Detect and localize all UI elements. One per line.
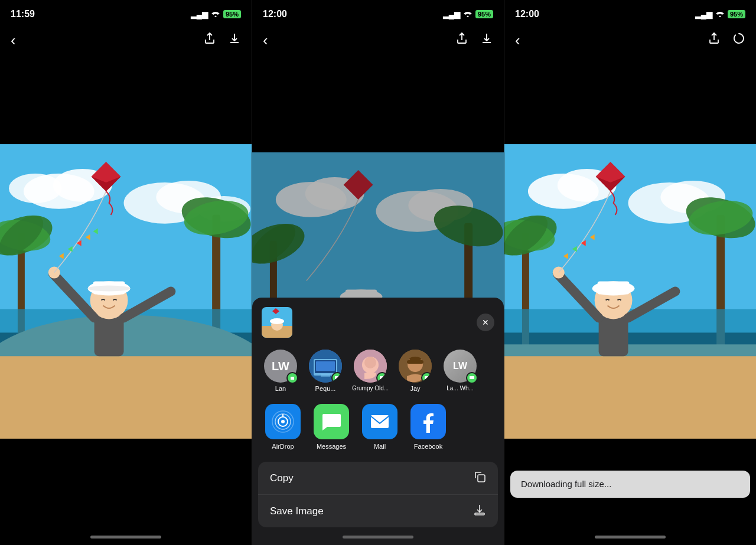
- msg-badge-pequ: [331, 372, 342, 383]
- share-close-button[interactable]: ✕: [477, 314, 494, 331]
- msg-badge-jay: [421, 372, 432, 383]
- msg-badge-grumpy: [376, 372, 387, 383]
- middle-time: 12:00: [263, 9, 287, 19]
- contact-item-grumpy[interactable]: Grumpy Old...: [349, 347, 392, 394]
- contact-name-jay: Jay: [410, 385, 420, 392]
- right-nav-right: [708, 32, 745, 48]
- middle-signal-icon: ▂▄▆: [443, 10, 460, 19]
- left-back-button[interactable]: ‹: [11, 31, 16, 50]
- middle-home-indicator: [343, 536, 413, 539]
- contact-name-la: La... Wh...: [447, 385, 474, 391]
- contact-item-la[interactable]: LW La... Wh...: [439, 347, 481, 394]
- save-image-action[interactable]: Save Image: [258, 494, 498, 527]
- contact-item-pequ[interactable]: Pequ...: [304, 347, 347, 394]
- right-home-bar: [504, 528, 756, 545]
- downloading-text: Downloading full size...: [521, 479, 611, 489]
- close-icon: ✕: [482, 318, 489, 327]
- airdrop-icon-container: [265, 404, 301, 439]
- app-item-messages[interactable]: Messages: [310, 404, 353, 450]
- right-share-button[interactable]: [708, 32, 721, 48]
- middle-nav-right: [455, 32, 493, 48]
- left-image-area: [0, 54, 252, 528]
- right-battery-icon: 95%: [728, 10, 745, 18]
- right-status-icons: ▂▄▆ 95%: [695, 10, 745, 19]
- messages-label: Messages: [317, 443, 346, 450]
- svg-rect-57: [316, 361, 335, 371]
- actions-container: Copy Save Image: [258, 462, 498, 527]
- right-image-area: [504, 54, 756, 528]
- svg-rect-90: [598, 282, 630, 295]
- svg-point-93: [553, 267, 565, 279]
- apps-row: AirDrop Messages Mail: [252, 397, 504, 457]
- svg-rect-85: [504, 344, 756, 439]
- left-time: 11:59: [11, 9, 35, 19]
- right-wifi-icon: [715, 10, 725, 19]
- app-item-airdrop[interactable]: AirDrop: [262, 404, 304, 450]
- middle-status-icons: ▂▄▆ 95%: [443, 10, 493, 19]
- svg-rect-70: [371, 415, 389, 428]
- share-sheet: ✕ LW Lan: [252, 298, 504, 545]
- left-status-icons: ▂▄▆ 95%: [191, 10, 241, 19]
- middle-back-button[interactable]: ‹: [263, 31, 268, 50]
- left-share-button[interactable]: [203, 32, 216, 48]
- share-sheet-header: ✕: [252, 298, 504, 342]
- svg-rect-72: [475, 513, 484, 515]
- facebook-label: Facebook: [414, 443, 442, 450]
- middle-home-bar: [252, 528, 504, 545]
- contact-item-lan[interactable]: LW Lan: [259, 347, 302, 394]
- contact-avatar-pequ: [309, 350, 342, 383]
- contact-avatar-la: LW: [444, 350, 477, 383]
- right-nav-bar: ‹: [504, 26, 756, 54]
- app-item-facebook[interactable]: Facebook: [407, 404, 449, 450]
- copy-icon: [473, 470, 486, 486]
- save-icon: [473, 503, 486, 519]
- left-nav-right: [203, 32, 241, 48]
- right-time: 12:00: [515, 9, 539, 19]
- left-wifi-icon: [211, 10, 220, 19]
- share-preview-thumbnail: [262, 307, 292, 338]
- contact-avatar-jay: [399, 350, 432, 383]
- left-download-button[interactable]: [228, 32, 241, 48]
- svg-point-69: [281, 420, 285, 423]
- svg-point-52: [270, 318, 284, 324]
- middle-download-button[interactable]: [480, 32, 493, 48]
- middle-battery-icon: 95%: [475, 10, 493, 18]
- left-status-bar: 11:59 ▂▄▆ 95%: [0, 0, 252, 26]
- left-nav-bar: ‹: [0, 26, 252, 54]
- mail-icon-container: [362, 404, 397, 439]
- contact-name-lan: Lan: [275, 385, 286, 392]
- middle-status-bar: 12:00 ▂▄▆ 95%: [252, 0, 504, 26]
- middle-panel: 12:00 ▂▄▆ 95% ‹: [252, 0, 504, 545]
- mail-label: Mail: [374, 443, 386, 450]
- svg-rect-15: [0, 344, 252, 439]
- contact-initials-lan: LW: [272, 360, 289, 373]
- messages-icon-container: [314, 404, 349, 439]
- left-home-indicator: [90, 536, 161, 539]
- right-signal-icon: ▂▄▆: [695, 10, 712, 19]
- facebook-icon-container: [410, 404, 446, 439]
- left-panel: 11:59 ▂▄▆ 95% ‹: [0, 0, 252, 545]
- airdrop-label: AirDrop: [272, 443, 294, 450]
- right-home-indicator: [595, 536, 666, 539]
- left-signal-icon: ▂▄▆: [191, 10, 208, 19]
- copy-action[interactable]: Copy: [258, 462, 498, 494]
- left-home-bar: [0, 528, 252, 545]
- right-panel: 12:00 ▂▄▆ 95% ‹: [504, 0, 756, 545]
- msg-badge-la: [466, 372, 478, 384]
- right-back-button[interactable]: ‹: [515, 31, 520, 50]
- contact-name-pequ: Pequ...: [315, 385, 336, 392]
- msg-badge-lan: [286, 372, 298, 384]
- contact-item-jay[interactable]: Jay: [394, 347, 436, 394]
- middle-nav-bar: ‹: [252, 26, 504, 54]
- contacts-row: LW Lan: [252, 342, 504, 397]
- app-item-mail[interactable]: Mail: [359, 404, 401, 450]
- contact-name-grumpy: Grumpy Old...: [352, 385, 389, 391]
- middle-share-button[interactable]: [455, 32, 468, 48]
- downloading-toast: Downloading full size...: [510, 471, 750, 498]
- svg-rect-71: [478, 475, 485, 482]
- left-battery-icon: 95%: [223, 10, 241, 18]
- right-status-bar: 12:00 ▂▄▆ 95%: [504, 0, 756, 26]
- svg-point-3: [9, 174, 62, 203]
- contact-initials-la: LW: [453, 361, 467, 371]
- right-loading-button[interactable]: [732, 32, 745, 48]
